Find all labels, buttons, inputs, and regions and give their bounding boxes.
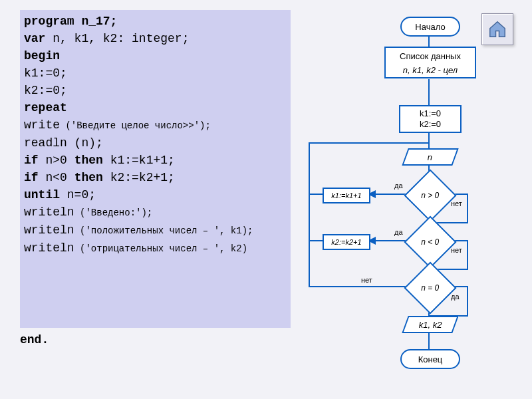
label-no-1: нет bbox=[451, 200, 462, 207]
flow-act1: k1:=k1+1 bbox=[323, 188, 370, 203]
code-kw-program: program n_17; bbox=[24, 15, 117, 28]
label-yes-3: да bbox=[451, 293, 460, 301]
label-no-2: нет bbox=[451, 246, 462, 254]
label-yes-1: да bbox=[394, 182, 403, 190]
flow-input-n: n bbox=[402, 148, 458, 166]
flow-end: Конец bbox=[400, 349, 460, 369]
flow-output: k1, k2 bbox=[402, 316, 458, 333]
flow-act2: k2:=k2+1 bbox=[323, 234, 370, 250]
code-panel: program n_17; var n, k1, k2: integer; be… bbox=[20, 10, 291, 328]
flowchart: Начало Список данных n, k1, k2 - цел k1:… bbox=[296, 10, 525, 389]
flow-vars: n, k1, k2 - цел bbox=[384, 63, 476, 78]
label-no-3: нет bbox=[361, 276, 372, 284]
code-below: end. bbox=[20, 331, 289, 348]
flow-start: Начало bbox=[400, 17, 460, 37]
flow-cond2: n < 0 bbox=[404, 215, 456, 268]
flow-init: k1:=0k2:=0 bbox=[399, 105, 462, 133]
label-yes-2: да bbox=[394, 228, 403, 236]
flow-cond1: n > 0 bbox=[404, 169, 456, 221]
flow-cond3: n = 0 bbox=[404, 261, 456, 314]
